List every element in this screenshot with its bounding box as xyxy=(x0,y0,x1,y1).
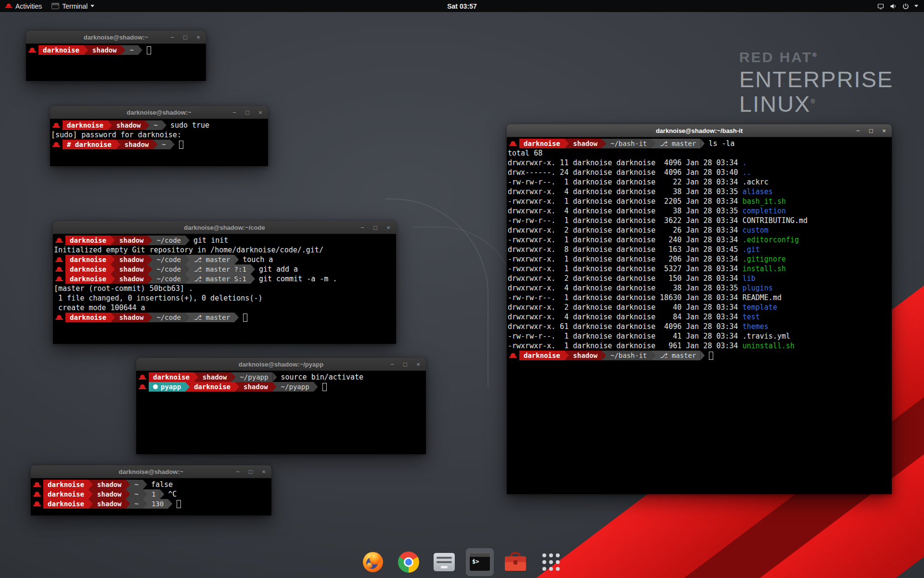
hat-brim xyxy=(55,318,63,320)
window-title: darknoise@shadow:~ xyxy=(119,468,183,475)
text-cursor xyxy=(322,383,327,391)
minimize-button[interactable]: − xyxy=(389,361,396,368)
terminal-window-terminal-pyapp[interactable]: darknoise@shadow:~/pyapp−□×darknoiseshad… xyxy=(136,358,426,454)
powerline-triangle xyxy=(185,313,190,322)
prompt-segment-path: ~/code xyxy=(152,255,185,264)
chrome-icon xyxy=(398,552,419,573)
maximize-button[interactable]: □ xyxy=(868,128,874,134)
close-button[interactable]: × xyxy=(257,109,264,116)
clock[interactable]: Sat 03:57 xyxy=(447,2,476,10)
terminal-output-line: drwxrwxr-x. 8 darknoise darknoise 163 Ja… xyxy=(508,245,891,254)
powerline-triangle xyxy=(272,372,277,382)
terminal-content[interactable]: darknoiseshadow~sudo true[sudo] password… xyxy=(50,119,268,149)
redhat-prompt-icon xyxy=(33,501,41,507)
close-button[interactable]: × xyxy=(385,224,392,231)
terminal-window-terminal-code[interactable]: darknoise@shadow:~/code−□×darknoiseshado… xyxy=(53,221,396,344)
powerline-separator xyxy=(148,313,152,322)
prompt-segment-user: darknoise xyxy=(65,274,111,284)
window-titlebar[interactable]: darknoise@shadow:~−□× xyxy=(31,465,271,478)
close-button[interactable]: × xyxy=(415,361,422,368)
terminal-output-line: [sudo] password for darknoise: xyxy=(51,130,267,140)
terminal-content[interactable]: darknoiseshadow~/codegit initInitialized… xyxy=(53,234,396,322)
minimize-button[interactable]: − xyxy=(234,469,241,475)
toolbox-icon xyxy=(504,552,526,572)
maximize-button[interactable]: □ xyxy=(182,34,189,40)
powerline-separator xyxy=(231,372,235,382)
close-button[interactable]: × xyxy=(260,469,267,475)
powerline-triangle xyxy=(116,140,120,149)
prompt-segment-host: shadow xyxy=(115,274,148,284)
powerline-triangle xyxy=(121,45,125,55)
app-menu-terminal[interactable]: Terminal xyxy=(47,0,99,12)
minimize-button[interactable]: − xyxy=(359,224,366,231)
close-button[interactable]: × xyxy=(881,128,887,134)
system-status-area[interactable] xyxy=(871,0,924,12)
window-titlebar[interactable]: darknoise@shadow:~/code−□× xyxy=(53,221,396,234)
terminal-prompt-line: darknoiseshadow~1^C xyxy=(32,489,270,499)
hat-brim xyxy=(33,495,41,497)
dock-chrome[interactable] xyxy=(395,548,423,576)
powerline-separator xyxy=(126,499,130,509)
prompt-segment-git: ⎇ master xyxy=(190,313,234,322)
terminal-window-terminal-home-1[interactable]: darknoise@shadow:~−□×darknoiseshadow~ xyxy=(26,31,206,81)
minimize-button[interactable]: − xyxy=(855,128,861,134)
prompt-segment-host: shadow xyxy=(115,255,148,264)
terminal-prompt-line: darknoiseshadow~/codegit init xyxy=(54,236,395,245)
window-titlebar[interactable]: darknoise@shadow:~−□× xyxy=(50,106,268,119)
terminal-window-terminal-sudo[interactable]: darknoise@shadow:~−□×darknoiseshadow~sud… xyxy=(50,106,268,166)
prompt-segment-status: 1 xyxy=(147,489,160,499)
terminal-window-terminal-home-2[interactable]: darknoise@shadow:~−□×darknoiseshadow~fal… xyxy=(31,465,271,515)
terminal-content[interactable]: darknoiseshadow~/pyappsource bin/activat… xyxy=(136,371,426,392)
powerline-triangle xyxy=(170,140,175,149)
dock-firefox[interactable] xyxy=(359,548,387,576)
hat-brim xyxy=(28,51,36,53)
terminal-content[interactable]: darknoiseshadow~ xyxy=(26,44,206,55)
maximize-button[interactable]: □ xyxy=(372,224,379,231)
minimize-button[interactable]: − xyxy=(169,34,176,40)
window-titlebar[interactable]: darknoise@shadow:~−□× xyxy=(26,31,206,44)
powerline-separator xyxy=(111,274,115,284)
windows-layer: darknoise@shadow:~−□×darknoiseshadow~dar… xyxy=(0,0,924,578)
activities-button[interactable]: Activities xyxy=(0,0,47,12)
window-titlebar[interactable]: darknoise@shadow:~/pyapp−□× xyxy=(136,358,426,371)
powerline-separator xyxy=(162,120,167,130)
powerline-separator xyxy=(143,489,147,499)
maximize-button[interactable]: □ xyxy=(247,469,254,475)
terminal-content[interactable]: darknoiseshadow~/bash-it⎇ masterls -lato… xyxy=(507,137,892,360)
powerline-separator xyxy=(84,45,88,55)
powerline-separator xyxy=(89,489,93,499)
terminal-prompt-line: darknoiseshadow~/code⎇ master ?:1git add… xyxy=(54,264,395,274)
chevron-down-icon xyxy=(90,5,94,7)
hat-brim xyxy=(55,261,63,262)
dock-app-grid[interactable] xyxy=(537,548,565,576)
powerline-separator xyxy=(251,274,255,284)
dock-files[interactable] xyxy=(430,548,458,576)
prompt-segment-user: darknoise xyxy=(43,499,89,509)
hat-brim xyxy=(139,388,146,389)
powerline-triangle xyxy=(111,264,115,274)
window-titlebar[interactable]: darknoise@shadow:~/bash-it−□× xyxy=(507,124,892,137)
dock-terminal[interactable]: $> xyxy=(466,548,494,576)
chrome-center xyxy=(404,557,413,567)
powerline-separator xyxy=(153,140,157,149)
text-cursor xyxy=(177,500,181,508)
terminal-output-line: 1 file changed, 0 insertions(+), 0 delet… xyxy=(54,293,395,303)
prompt-segment-user: darknoise xyxy=(43,489,89,499)
maximize-button[interactable]: □ xyxy=(244,109,251,116)
terminal-window-terminal-bash-it[interactable]: darknoise@shadow:~/bash-it−□×darknoisesh… xyxy=(507,124,892,494)
close-button[interactable]: × xyxy=(195,34,202,40)
volume-icon xyxy=(889,2,897,10)
terminal-content[interactable]: darknoiseshadow~falsedarknoiseshadow~1^C… xyxy=(31,478,271,509)
hat-crown xyxy=(35,501,39,505)
powerline-triangle xyxy=(111,236,115,245)
powerline-separator xyxy=(148,274,152,284)
powerline-separator xyxy=(185,313,190,322)
powerline-triangle xyxy=(185,264,190,274)
maximize-button[interactable]: □ xyxy=(402,361,409,368)
prompt-segment-path: ~/bash-it xyxy=(606,351,651,360)
powerline-triangle xyxy=(565,139,569,148)
hat-brim xyxy=(55,241,63,243)
minimize-button[interactable]: − xyxy=(231,109,238,116)
powerline-separator xyxy=(185,236,190,245)
dock-toolbox[interactable] xyxy=(501,548,529,576)
